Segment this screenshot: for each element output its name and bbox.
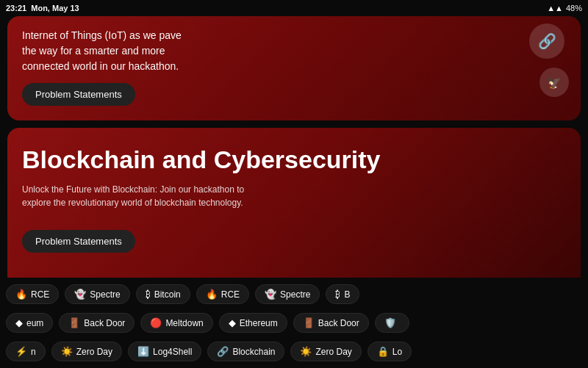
list-item: 🛡️ <box>375 313 409 333</box>
tag-label: Ethereum <box>240 318 278 328</box>
iot-icon-2: 🦅 <box>539 68 569 97</box>
list-item: ₿ Bitcoin <box>136 284 190 304</box>
meltdown-icon: 🔴 <box>150 317 162 328</box>
tag-label: Zero Day <box>315 347 351 357</box>
tag-label: B <box>344 289 350 300</box>
list-item: 🔥 RCE <box>6 284 59 304</box>
b-icon: ₿ <box>335 289 340 300</box>
list-item: ☀️ Zero Day <box>290 342 361 361</box>
wifi-icon: ▲▲ <box>547 4 563 12</box>
spectre-icon-2: 👻 <box>265 289 276 300</box>
tag-label: Zero Day <box>76 347 112 357</box>
tags-row-1: 🔥 RCE 👻 Spectre ₿ Bitcoin 🔥 RCE 👻 <box>0 281 588 308</box>
lo-icon: 🔒 <box>377 346 389 357</box>
tags-section: 🔥 RCE 👻 Spectre ₿ Bitcoin 🔥 RCE 👻 <box>0 278 588 368</box>
iot-card: Internet of Things (IoT) as we pave the … <box>7 16 581 120</box>
tag-label: Spectre <box>90 289 120 300</box>
zeroday-icon-1: ☀️ <box>61 346 73 357</box>
bitcoin-icon: ₿ <box>146 289 151 300</box>
log4shell-icon: ⬇️ <box>137 346 149 357</box>
list-item: 🚪 Back Door <box>293 313 369 333</box>
shield-icon: 🛡️ <box>384 317 396 328</box>
blockchain-card: Blockchain and Cybersecurity Unlock the … <box>7 128 581 289</box>
tag-label: RCE <box>221 289 240 300</box>
list-item: ☀️ Zero Day <box>51 342 122 361</box>
list-item: ⚡ n <box>6 342 46 361</box>
main-content: Internet of Things (IoT) as we pave the … <box>0 16 588 368</box>
status-indicators: ▲▲ 48% <box>547 4 582 12</box>
backdoor-icon-2: 🚪 <box>303 317 315 328</box>
tag-label: Back Door <box>318 318 359 328</box>
iot-card-text: Internet of Things (IoT) as we pave the … <box>22 28 184 74</box>
blockchain-problem-statements-button[interactable]: Problem Statements <box>22 230 135 253</box>
list-item: 🚪 Back Door <box>59 313 135 333</box>
list-item: 🔴 Meltdown <box>140 313 212 333</box>
rce-icon-1: 🔥 <box>15 289 27 300</box>
tag-label: Lo <box>392 347 402 357</box>
list-item: 👻 Spectre <box>255 284 320 304</box>
list-item: ⬇️ Log4Shell <box>128 342 201 361</box>
tags-wrapper: 🔥 RCE 👻 Spectre ₿ Bitcoin 🔥 RCE 👻 <box>0 281 588 365</box>
list-item: 🔗 Blockchain <box>207 342 284 361</box>
eth-partial-icon: ◆ <box>15 317 23 328</box>
ethereum-icon: ◆ <box>229 317 236 328</box>
blockchain-description: Unlock the Future with Blockchain: Join … <box>22 183 272 209</box>
tag-label: Spectre <box>280 289 310 300</box>
iot-icons: 🔗 🦅 <box>525 24 569 97</box>
iot-icon-1: 🔗 <box>529 24 564 59</box>
zeroday-icon-2: ☀️ <box>300 346 312 357</box>
spectre-icon-1: 👻 <box>74 289 86 300</box>
n-partial-icon: ⚡ <box>15 346 27 357</box>
rce-icon-2: 🔥 <box>206 289 218 300</box>
blockchain-title: Blockchain and Cybersecurity <box>22 145 566 174</box>
tags-row-3: ⚡ n ☀️ Zero Day ⬇️ Log4Shell 🔗 Blockchai… <box>0 338 588 365</box>
status-time-date: 23:21 Mon, May 13 <box>6 4 79 12</box>
list-item: ₿ B <box>326 284 359 304</box>
status-bar: 23:21 Mon, May 13 ▲▲ 48% <box>0 0 588 16</box>
blockchain-icon: 🔗 <box>217 346 229 357</box>
iot-problem-statements-button[interactable]: Problem Statements <box>22 83 135 106</box>
list-item: ◆ Ethereum <box>219 313 287 333</box>
tag-label: Log4Shell <box>153 347 192 357</box>
tags-row-2: ◆ eum 🚪 Back Door 🔴 Meltdown ◆ Ethereum … <box>0 309 588 336</box>
list-item: 🔥 RCE <box>196 284 249 304</box>
backdoor-icon-1: 🚪 <box>68 317 80 328</box>
tag-label: Meltdown <box>165 318 203 328</box>
list-item: 🔒 Lo <box>368 342 412 361</box>
tag-label: n <box>31 347 36 357</box>
tag-label: Blockchain <box>232 347 275 357</box>
battery-icon: 48% <box>566 4 582 12</box>
tag-label: eum <box>26 318 43 328</box>
tag-label: Bitcoin <box>154 289 181 300</box>
list-item: ◆ eum <box>6 313 53 333</box>
tag-label: RCE <box>31 289 49 300</box>
list-item: 👻 Spectre <box>65 284 129 304</box>
tag-label: Back Door <box>84 318 125 328</box>
